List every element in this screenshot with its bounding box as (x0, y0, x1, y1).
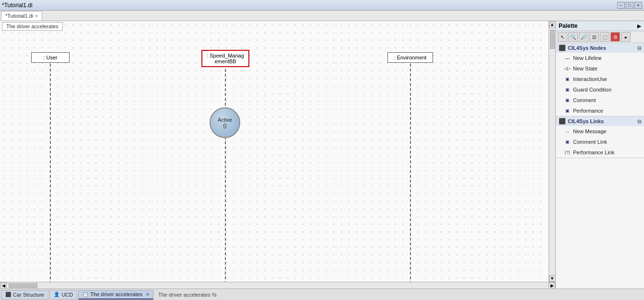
palette-section-nodes: ⬛ CIL4Sys Nodes ⊟ — New Lifeline ◁▷ New … (556, 43, 644, 116)
links-section-label: CIL4Sys Links (568, 118, 604, 124)
comment-icon: ▣ (563, 96, 571, 104)
links-collapse-icon[interactable]: ⊟ (637, 119, 641, 124)
main-area: The driver accelerates : User : Speed_Ma… (0, 21, 644, 288)
canvas-container: The driver accelerates : User : Speed_Ma… (0, 21, 555, 288)
lifeline-user[interactable]: : User (31, 52, 70, 63)
palette-section-links: ⬛ CIL4Sys Links ⊟ → New Message ▣ Commen… (556, 116, 644, 158)
fit-tool[interactable]: ⊡ (589, 32, 599, 42)
horizontal-scrollbar: ◀ ▶ (0, 282, 555, 288)
comment-label: Comment (573, 97, 596, 103)
palette-item-new-state[interactable]: ◁▷ New State (556, 63, 644, 74)
scroll-right-button[interactable]: ▶ (549, 282, 555, 289)
editor-tab-bar: *Tutorial1.di × (0, 11, 644, 21)
palette-item-new-message[interactable]: → New Message (556, 126, 644, 137)
comment-link-icon: ▣ (563, 138, 571, 146)
guard-condition-icon: ▣ (563, 86, 571, 93)
palette-toolbar: ↖ 🔍 🔎 ⊡ ⬚ ⚙ ▸ (556, 31, 644, 43)
palette-item-comment-link[interactable]: ▣ Comment Link (556, 137, 644, 147)
performance-link-label: Performance Link (573, 150, 614, 155)
nodes-section-label: CIL4Sys Nodes (568, 45, 606, 51)
tab-ucd[interactable]: 👤 UCD (49, 290, 77, 300)
lifeline-speedmgmt-line (225, 69, 226, 282)
interaction-use-icon: ▣ (563, 75, 571, 83)
links-section-icon: ⬛ (559, 118, 566, 125)
performance-label: Performance (573, 108, 603, 114)
scroll-h-thumb[interactable] (9, 283, 37, 288)
settings-tool[interactable]: ⚙ (610, 32, 620, 42)
status-bar-text: The driver accelerates % (154, 292, 643, 298)
marquee-tool[interactable]: ⬚ (600, 32, 609, 42)
driver-accelerates-tab-icon: 📋 (82, 292, 88, 297)
maximize-button[interactable]: □ (626, 2, 633, 9)
palette-item-comment[interactable]: ▣ Comment (556, 95, 644, 105)
minimize-button[interactable]: − (617, 2, 625, 9)
lifeline-environment[interactable]: : Environment (387, 52, 433, 63)
new-message-label: New Message (573, 128, 607, 134)
lifeline-environment-label: : Environment (394, 55, 427, 60)
palette-item-guard-condition[interactable]: ▣ Guard Condition (556, 84, 644, 95)
close-window-button[interactable]: × (634, 2, 642, 9)
new-lifeline-label: New Lifeline (573, 55, 602, 61)
palette-item-interaction-use[interactable]: ▣ InteractionUse (556, 74, 644, 84)
palette-panel: Palette ▶ ↖ 🔍 🔎 ⊡ ⬚ ⚙ ▸ ⬛ CIL4Sys Nodes … (555, 21, 644, 288)
diagram-canvas[interactable]: The driver accelerates : User : Speed_Ma… (0, 21, 549, 282)
canvas-wrapper: The driver accelerates : User : Speed_Ma… (0, 21, 555, 282)
cursor-tool[interactable]: ↖ (558, 32, 567, 42)
comment-link-label: Comment Link (573, 139, 607, 145)
performance-icon: ▣ (563, 107, 571, 115)
scroll-down-button[interactable]: ▼ (549, 275, 556, 282)
new-message-icon: → (563, 127, 571, 135)
editor-tab[interactable]: *Tutorial1.di × (1, 11, 42, 21)
car-structure-tab-icon: ⬛ (5, 292, 11, 297)
palette-item-performance-link[interactable]: (?) Performance Link (556, 147, 644, 158)
interaction-use-label: InteractionUse (573, 76, 607, 82)
tab-driver-accelerates[interactable]: 📋 The driver accelerates × (78, 290, 153, 300)
lifeline-user-line (50, 64, 51, 282)
driver-accelerates-tab-label: The driver accelerates (90, 291, 142, 297)
nodes-collapse-icon[interactable]: ⊟ (637, 46, 641, 51)
bottom-tab-bar: ⬛ Car Structure 👤 UCD 📋 The driver accel… (0, 288, 644, 300)
nodes-section-icon: ⬛ (559, 45, 566, 51)
state-label: Active (218, 117, 232, 123)
ucd-tab-label: UCD (61, 292, 73, 298)
scroll-thumb[interactable] (550, 30, 555, 49)
car-structure-tab-label: Car Structure (13, 292, 44, 298)
new-state-icon: ◁▷ (563, 65, 571, 72)
arrow-tool[interactable]: ▸ (621, 32, 631, 42)
ucd-tab-icon: 👤 (54, 292, 59, 297)
zoom-out-tool[interactable]: 🔎 (579, 32, 588, 42)
state-sublabel: {} (223, 123, 226, 128)
lifeline-speedmgmt-label: : Speed_ManagementBB (207, 53, 244, 64)
title-bar-controls: − □ × (617, 2, 642, 9)
palette-section-links-header[interactable]: ⬛ CIL4Sys Links ⊟ (556, 116, 644, 126)
title-bar-text: *Tutorial1.di (2, 2, 617, 9)
palette-item-performance[interactable]: ▣ Performance (556, 105, 644, 116)
palette-expand-icon[interactable]: ▶ (637, 23, 641, 29)
title-bar: *Tutorial1.di − □ × (0, 0, 644, 11)
editor-tab-close[interactable]: × (35, 13, 38, 19)
lifeline-environment-line (410, 64, 411, 282)
scroll-left-button[interactable]: ◀ (0, 282, 7, 289)
state-circle-active[interactable]: Active {} (210, 107, 240, 138)
editor-tab-label: *Tutorial1.di (5, 13, 33, 19)
performance-link-icon: (?) (563, 149, 571, 156)
palette-item-new-lifeline[interactable]: — New Lifeline (556, 53, 644, 63)
palette-title: Palette (559, 23, 577, 29)
zoom-in-tool[interactable]: 🔍 (568, 32, 578, 42)
scroll-up-button[interactable]: ▲ (549, 21, 556, 28)
vertical-scrollbar: ▲ ▼ (549, 21, 555, 282)
new-state-label: New State (573, 66, 597, 71)
diagram-label: The driver accelerates (2, 22, 63, 31)
palette-section-nodes-header[interactable]: ⬛ CIL4Sys Nodes ⊟ (556, 43, 644, 53)
new-lifeline-icon: — (563, 54, 571, 62)
tab-car-structure[interactable]: ⬛ Car Structure (1, 290, 48, 300)
palette-header: Palette ▶ (556, 21, 644, 31)
driver-accelerates-tab-close[interactable]: × (146, 292, 149, 297)
guard-condition-label: Guard Condition (573, 87, 611, 92)
lifeline-speedmgmt[interactable]: : Speed_ManagementBB (201, 50, 249, 67)
